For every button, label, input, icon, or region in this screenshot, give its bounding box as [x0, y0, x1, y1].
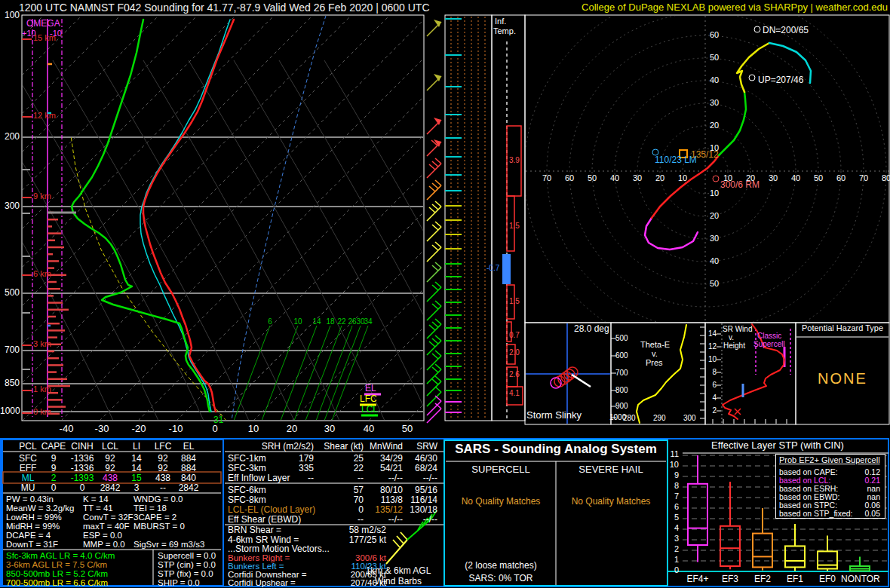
inf-temp-value: -0.7 [486, 265, 499, 273]
pressure-axis-label: 700 [0, 345, 20, 355]
thermo-stat: MBURST = 0 [134, 522, 185, 531]
composite-index: STP (fix) = 0.0 [158, 569, 213, 578]
thermo-stat: 3CAPE = 2 [134, 513, 176, 522]
lapse-rate: 700-500mb LR = 6.6 C/km [6, 578, 108, 587]
inf-temp-value: 2.6 [509, 371, 520, 379]
sr-wind-title-3: Height [723, 342, 745, 351]
pcl-cell: 884 [169, 464, 208, 473]
inf-temp-value: 0.7 [509, 332, 520, 340]
hodo-axis-label: 80 [875, 174, 890, 183]
mixing-ratio-label: 14 [309, 318, 324, 326]
stp-y-label: 11 [667, 450, 679, 459]
hodo-axis-label: 30 [762, 174, 784, 183]
thermo-stat: ConvT = 32F [83, 513, 134, 522]
sars-supercell-matches: No Quality Matches [446, 497, 556, 507]
theta-e-pressure-label: 800 [615, 387, 628, 395]
kinematic-cell: --/-- [380, 473, 437, 483]
lapse-rate: Sfc-3km AGL LR = 4.0 C/km [6, 551, 115, 560]
temp-axis-label: 0 [200, 424, 230, 434]
height-km-label: 6 km [33, 270, 51, 279]
theta-e-pressure-label: 700 [615, 369, 628, 378]
storm-motion-label: Corfidi Upshear = [228, 578, 296, 587]
inf-temp-value: 1.5 [509, 298, 520, 306]
height-km-label: 1 km [33, 385, 51, 394]
classic-supercell-label-2: Supercell [753, 341, 785, 349]
thermo-stat: ESP = 0.0 [83, 531, 122, 540]
sars-title: SARS - Sounding Analog System [445, 443, 667, 456]
hodo-axis-label: 50 [581, 174, 603, 183]
temp-axis-label: -20 [124, 424, 154, 434]
theta-e-x-label: 290 [653, 415, 666, 423]
credit-title: College of DuPage NEXLAB powered via SHA… [582, 2, 888, 13]
pcl-cell: 884 [169, 454, 208, 464]
temp-axis-label: 30 [315, 424, 345, 434]
lapse-rate: 850-500mb LR = 5.2 C/km [6, 569, 108, 578]
kinematic-cell: --/-- [380, 515, 437, 525]
hodo-axis-label: 40 [603, 174, 626, 183]
hodo-axis-label: 60 [558, 174, 581, 183]
sr-wind-height-label: 14 [706, 330, 717, 338]
theta-e-x-label: 280 [623, 415, 636, 423]
thermo-stat: DownT = 31F [6, 540, 58, 549]
prob-row-label: based on STP_fixed: [779, 510, 852, 518]
downshear-marker-label: DN=200/65 [763, 26, 809, 35]
temp-axis-label: 10 [238, 424, 269, 434]
pressure-axis-label: 200 [0, 132, 20, 142]
stp-y-label: 3 [667, 534, 679, 544]
brn-shear-value: 58 m2/s2 [294, 525, 386, 535]
thermo-stat: DCAPE = 4 [6, 531, 51, 540]
inf-temp-label-1: Inf. [495, 17, 506, 26]
prob-row-value: 0.05 [849, 510, 880, 518]
hodo-axis-label: 40 [710, 76, 719, 85]
kinematic-row-label: SFC-8km [228, 495, 266, 505]
height-km-label: 9 km [33, 192, 51, 201]
mixing-ratio-label: 10 [290, 318, 305, 326]
thermo-stat: MeanW = 3.2g/kg [6, 504, 74, 513]
hodo-axis-label: 50 [710, 54, 719, 63]
sr-wind-title-1: SR Wind [723, 326, 752, 334]
kinematic-cell: 68/24 [380, 464, 437, 473]
kinematic-cell: 95/16 [380, 485, 437, 495]
thermo-stat: SigSvr = 69 m3/s3 [134, 540, 204, 549]
height-km-label: 12 km [33, 112, 56, 121]
pressure-axis-label: 850 [0, 378, 20, 388]
pcl-cell: 840 [169, 473, 208, 483]
theta-e-x-label: 300 [683, 415, 696, 423]
stp-y-label: 10 [667, 461, 679, 470]
kinematic-cell: 116/14 [380, 495, 437, 505]
theta-e-pressure-label: 500 [615, 335, 628, 343]
prob-table-header: Prob EF2+ Given Supercell [779, 456, 880, 465]
sr-wind-height-label: 8 [706, 369, 717, 377]
sars-tor-probability: SARS: 0% TOR [446, 574, 556, 583]
hodo-axis-label: 10 [717, 174, 739, 183]
hodo-axis-label: 30 [710, 234, 719, 243]
thermo-stat: TEI = 18 [134, 504, 167, 513]
hodo-axis-label: 30 [626, 174, 649, 183]
theta-e-title-3: Pres [646, 359, 663, 368]
temp-axis-label: 20 [277, 424, 307, 434]
storm-motion-value: 207/46 kt [294, 578, 386, 587]
composite-index: SHIP = 0.0 [158, 578, 200, 587]
pressure-axis-label: 500 [0, 288, 20, 298]
stp-y-label: 8 [667, 482, 679, 491]
thermo-stat: MidRH = 99% [6, 522, 60, 531]
composite-index: STP (cin) = 0.0 [158, 560, 216, 569]
sars-loose-matches: (2 loose matches) [446, 561, 556, 571]
lfc-marker-label: LFC [360, 394, 377, 404]
stp-y-label: 9 [667, 471, 679, 480]
theta-e-pressure-label: 600 [615, 352, 628, 360]
hodo-axis-label: 10 [710, 189, 719, 198]
sr-wind-height-label: 12 [706, 343, 717, 351]
hodo-axis-label: 70 [536, 174, 558, 183]
sharppy-sounding-page: 1200 UTC NAMNST F042 Sounding for 41.77,… [0, 0, 890, 588]
sars-hail-matches: No Quality Matches [556, 497, 666, 507]
composite-index: Supercell = 0.0 [158, 551, 216, 560]
theta-e-title-2: v. [652, 350, 658, 359]
sr-wind-height-label: 2 [706, 407, 717, 415]
pcl-table-header: EL [169, 442, 208, 452]
kinematic-header: SRW [380, 442, 437, 452]
inf-temp-value: 1.5 [509, 222, 520, 231]
stp-y-label: 7 [667, 492, 679, 501]
theta-e-title-1: Theta-E [640, 341, 670, 350]
temp-axis-label: -10 [161, 424, 191, 434]
